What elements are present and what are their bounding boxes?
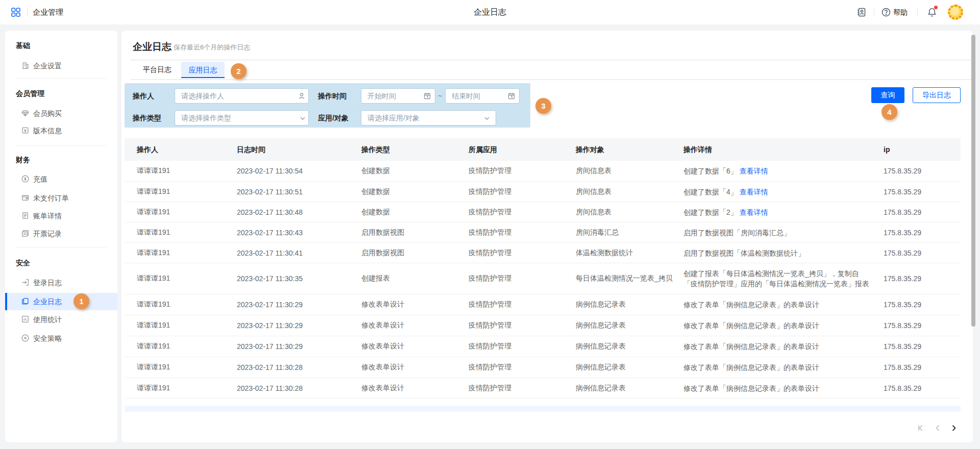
cell-type: 修改表单设计 <box>361 363 404 372</box>
sidebar-item-recharge[interactable]: 充值 <box>5 170 117 188</box>
member-purchase-icon <box>21 109 30 117</box>
sidebar-item-label: 开票记录 <box>33 225 62 242</box>
view-details-link[interactable]: 查看详情 <box>740 208 768 216</box>
sidebar-item-login-log[interactable]: 登录日志 <box>5 274 117 291</box>
user-avatar[interactable] <box>948 5 963 20</box>
table-row[interactable]: 谭谭谭1912023-02-17 11:30:28修改表单设计疫情防护管理病例信… <box>125 378 961 398</box>
cell-detail: 启用了数据视图「房间消毒汇总」 <box>683 228 870 238</box>
chevron-down-icon <box>299 114 307 122</box>
help-label[interactable]: 帮助 <box>893 0 908 24</box>
cell-object: 每日体温检测情况一览表_拷贝 <box>576 274 673 283</box>
table-row[interactable]: 谭谭谭1912023-02-17 11:30:48创建数据疫情防护管理房间信息表… <box>125 202 961 222</box>
pagination-first-icon[interactable] <box>914 421 927 435</box>
sidebar-item-label: 账单详情 <box>33 207 62 224</box>
column-header-object: 操作对象 <box>576 138 604 161</box>
cell-operator: 谭谭谭191 <box>137 300 170 309</box>
cell-ip: 175.8.35.29 <box>884 342 921 351</box>
sidebar-item-security-policy[interactable]: 安全策略 <box>5 330 117 347</box>
sidebar-divider <box>16 78 107 79</box>
tab-application-log[interactable]: 应用日志 <box>181 62 225 78</box>
range-separator: ~ <box>437 88 443 104</box>
sidebar-section-header: 会员管理 <box>16 88 44 98</box>
sidebar-item-invoice-records[interactable]: 开票记录 <box>5 225 117 242</box>
cell-object: 病例信息记录表 <box>576 321 626 330</box>
type-select[interactable]: 请选择操作类型 <box>175 110 309 126</box>
view-details-link[interactable]: 查看详情 <box>740 188 768 196</box>
topbar-page-title: 企业日志 <box>0 0 980 24</box>
cell-app: 疫情防护管理 <box>469 248 511 258</box>
sidebar-item-member-purchase[interactable]: 会员购买 <box>5 105 117 122</box>
column-header-detail: 操作详情 <box>683 138 712 161</box>
cell-ip: 175.8.35.29 <box>884 167 921 175</box>
top-bar: 企业管理 企业日志 帮助 <box>0 0 980 24</box>
table-row[interactable]: 谭谭谭1912023-02-17 11:30:35创建报表疫情防护管理每日体温检… <box>125 263 961 294</box>
sidebar-item-label: 会员购买 <box>33 105 62 122</box>
step-badge-3: 3 <box>535 98 551 114</box>
cell-object: 体温检测数据统计 <box>576 248 633 258</box>
person-icon <box>298 92 306 100</box>
sidebar-item-version-info[interactable]: 版本信息 <box>5 122 117 139</box>
column-header-app: 所属应用 <box>469 138 497 161</box>
cell-type: 修改表单设计 <box>361 300 404 309</box>
cell-object: 房间信息表 <box>576 166 611 176</box>
sidebar-item-label: 企业设置 <box>33 57 62 74</box>
sidebar-item-unpaid-orders[interactable]: 未支付订单 <box>5 189 117 207</box>
table-row[interactable]: 谭谭谭1912023-02-17 11:30:29修改表单设计疫情防护管理病例信… <box>125 294 961 315</box>
enterprise-log-icon <box>21 297 30 306</box>
sidebar: 基础企业设置会员管理会员购买版本信息财务充值未支付订单账单详情开票记录安全登录日… <box>5 31 117 442</box>
cell-app: 疫情防护管理 <box>469 228 511 237</box>
sidebar-item-label: 使用统计 <box>33 311 62 328</box>
tabs-bottom-border <box>131 79 971 80</box>
vertical-scrollbar[interactable] <box>971 35 975 327</box>
pagination-next-icon[interactable] <box>947 421 961 435</box>
cell-operator: 谭谭谭191 <box>137 274 170 283</box>
sidebar-item-label: 未支付订单 <box>33 189 69 207</box>
table-row[interactable]: 谭谭谭1912023-02-17 11:30:28修改表单设计疫情防护管理病例信… <box>125 357 961 378</box>
query-button[interactable]: 查询 <box>871 87 904 103</box>
log-table: 操作人日志时间操作类型所属应用操作对象操作详情ip 谭谭谭1912023-02-… <box>125 138 961 398</box>
cell-operator: 谭谭谭191 <box>137 342 170 351</box>
app-object-select[interactable]: 请选择应用/对象 <box>361 110 496 126</box>
cell-operator: 谭谭谭191 <box>137 248 170 258</box>
cell-type: 创建数据 <box>361 166 390 176</box>
table-row[interactable]: 谭谭谭1912023-02-17 11:30:29修改表单设计疫情防护管理病例信… <box>125 315 961 336</box>
security-policy-icon <box>21 334 30 342</box>
view-details-link[interactable]: 查看详情 <box>740 167 768 175</box>
table-row[interactable]: 谭谭谭1912023-02-17 11:30:29修改表单设计疫情防护管理病例信… <box>125 336 961 357</box>
table-row[interactable]: 谭谭谭1912023-02-17 11:30:54创建数据疫情防护管理房间信息表… <box>125 161 961 182</box>
calendar-icon <box>507 92 516 100</box>
tab-platform-log[interactable]: 平台日志 <box>143 60 172 79</box>
type-label: 操作类型 <box>133 110 161 126</box>
cell-ip: 175.8.35.29 <box>884 188 921 196</box>
cell-type: 创建数据 <box>361 187 390 196</box>
version-info-icon <box>21 126 30 135</box>
operator-input[interactable]: 请选择操作人 <box>175 88 309 104</box>
sidebar-item-company-settings[interactable]: 企业设置 <box>5 57 117 74</box>
cell-operator: 谭谭谭191 <box>137 166 170 176</box>
pagination-prev-icon[interactable] <box>931 421 944 435</box>
sidebar-item-usage-stats[interactable]: 使用统计 <box>5 311 117 328</box>
cell-app: 疫情防护管理 <box>469 342 511 351</box>
cell-detail: 修改了表单「病例信息记录表」的表单设计 <box>683 300 870 310</box>
cell-object: 病例信息记录表 <box>576 300 626 309</box>
partially-visible-row <box>125 406 961 412</box>
content-title: 企业日志 <box>133 40 172 54</box>
help-icon[interactable] <box>881 8 891 17</box>
cell-app: 疫情防护管理 <box>469 363 511 372</box>
table-row[interactable]: 谭谭谭1912023-02-17 11:30:43启用数据视图疫情防护管理房间消… <box>125 222 961 243</box>
table-header-row: 操作人日志时间操作类型所属应用操作对象操作详情ip <box>125 138 961 161</box>
cell-time: 2023-02-17 11:30:41 <box>237 249 303 257</box>
cell-detail: 创建了数据「2」 查看详情 <box>683 207 870 217</box>
step-badge-1: 1 <box>74 293 89 309</box>
cell-operator: 谭谭谭191 <box>137 187 170 196</box>
cell-ip: 175.8.35.29 <box>884 384 921 392</box>
topbar-separator <box>874 9 874 16</box>
contacts-icon[interactable] <box>856 7 867 17</box>
sidebar-item-bill-details[interactable]: 账单详情 <box>5 207 117 224</box>
export-log-button[interactable]: 导出日志 <box>913 87 961 103</box>
column-header-operator: 操作人 <box>137 138 158 161</box>
cell-operator: 谭谭谭191 <box>137 384 170 393</box>
sidebar-item-enterprise-log[interactable]: 企业日志 <box>5 293 117 310</box>
table-row[interactable]: 谭谭谭1912023-02-17 11:30:51创建数据疫情防护管理房间信息表… <box>125 182 961 202</box>
table-row[interactable]: 谭谭谭1912023-02-17 11:30:41启用数据视图疫情防护管理体温检… <box>125 243 961 263</box>
